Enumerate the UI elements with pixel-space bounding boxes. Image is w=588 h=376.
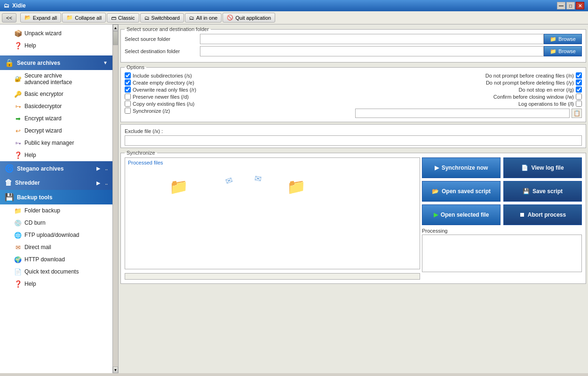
sidebar-item-help-backup[interactable]: ❓ Help — [0, 278, 112, 290]
option-preserve-newer: Preserve newer files (/d) — [125, 93, 351, 100]
sidebar-item-help-top[interactable]: ❓ Help — [0, 39, 112, 52]
switchboard-button[interactable]: 🗂 Switchboard — [140, 13, 184, 23]
option-no-prompt-delete: Do not prompt before deleting files (/y) — [355, 79, 582, 86]
help-top-icon: ❓ — [14, 42, 22, 49]
sidebar-item-ftp[interactable]: 🌐 FTP upload/download — [0, 229, 112, 241]
window-title: Xidie — [12, 2, 26, 9]
sidebar-item-encrypt-wizard[interactable]: ➡ Encrypt wizard — [0, 112, 112, 125]
quit-icon: 🚫 — [227, 15, 233, 21]
classic-icon: 🗃 — [111, 15, 116, 21]
option-no-stop-error: Do not stop en error (/g) — [355, 86, 582, 93]
sidebar-item-help-secure[interactable]: ❓ Help — [0, 149, 112, 161]
sidebar-section-shredder[interactable]: 🗑 Shredder ▶ .. — [0, 176, 112, 190]
exclude-label: Exclude file (/x) : — [125, 128, 163, 134]
sidebar-item-decrypt-wizard[interactable]: ↩ Decrypt wizard — [0, 125, 112, 137]
stegano-arrow: ▶ — [96, 166, 100, 171]
abort-icon: ⏹ — [519, 212, 525, 218]
maximize-button[interactable]: □ — [566, 2, 575, 9]
exclude-input[interactable] — [125, 135, 582, 146]
sidebar-item-http-download[interactable]: 🌍 HTTP download — [0, 253, 112, 266]
all-in-one-button[interactable]: 🗂 All in one — [185, 13, 222, 23]
quit-button[interactable]: 🚫 Quit application — [222, 13, 275, 23]
sync-section: Processed files 📁 ✉ ✉ 📁 — [125, 157, 582, 280]
dest-browse-button[interactable]: 📁 Browse — [544, 46, 582, 56]
encrypt-wizard-icon: ➡ — [14, 115, 22, 122]
sidebar-item-folder-backup[interactable]: 📁 Folder backup — [0, 204, 112, 217]
minimize-button[interactable]: — — [557, 2, 565, 9]
option-no-prompt-create: Do not prompt before creating files (/n) — [355, 72, 582, 79]
sync-legend: Synchronize — [125, 150, 157, 156]
folder-left-icon: 📁 — [169, 178, 188, 196]
ftp-icon: 🌐 — [14, 231, 22, 239]
sidebar-item-basic-encryptor[interactable]: 🔑 Basic encryptor — [0, 88, 112, 100]
sidebar-section-backup[interactable]: 💾 Backup tools — [0, 190, 112, 204]
checkbox-log-ops[interactable] — [576, 101, 582, 107]
open-saved-script-button[interactable]: 📂 Open saved script — [422, 181, 501, 202]
content-area: Select source and destination folder Sel… — [119, 24, 588, 373]
source-dest-legend: Select source and destination folder — [125, 26, 211, 32]
sidebar-item-public-key[interactable]: 🗝 Public key manager — [0, 137, 112, 149]
source-input[interactable] — [200, 34, 544, 44]
source-dest-panel: Select source and destination folder Sel… — [120, 26, 586, 63]
dest-folder-row: Select destination folder 📁 Browse — [125, 46, 582, 56]
options-right: Do not prompt before creating files (/n)… — [355, 72, 582, 118]
stegano-icon: 🌀 — [5, 164, 14, 173]
options-legend: Options — [125, 64, 146, 70]
source-folder-row: Select source folder 📁 Browse — [125, 34, 582, 44]
sidebar-item-direct-mail[interactable]: ✉ Direct mail — [0, 241, 112, 253]
log-browse-button[interactable]: 📋 — [572, 109, 582, 118]
checkbox-no-prompt-delete[interactable] — [576, 79, 582, 86]
sync-panel: Synchronize Processed files 📁 ✉ ✉ 📁 — [120, 150, 586, 284]
sidebar-item-unpack-wizard[interactable]: 📦 Unpack wizard — [0, 27, 112, 39]
sync-now-button[interactable]: ▶ Synchronize now — [422, 157, 501, 178]
sidebar: 📦 Unpack wizard ❓ Help 🔒 Secure archives… — [0, 24, 113, 373]
source-label: Select source folder — [125, 36, 200, 42]
view-log-button[interactable]: 📄 View log file — [503, 157, 582, 178]
decrypt-icon: 🗝 — [14, 102, 22, 110]
progress-bar — [125, 273, 420, 280]
abort-process-button[interactable]: ⏹ Abort process — [503, 204, 582, 225]
exclude-panel: Exclude file (/x) : — [120, 124, 586, 148]
sidebar-section-secure-archives[interactable]: 🔒 Secure archives ▼ — [0, 55, 112, 70]
help-backup-icon: ❓ — [14, 280, 22, 288]
option-incl-sub: Include subdirectories (/s) — [125, 72, 351, 79]
view-log-icon: 📄 — [521, 164, 528, 171]
checkbox-copy-existing[interactable] — [125, 101, 131, 107]
save-script-button[interactable]: 💾 Save script — [503, 181, 582, 202]
cd-burn-icon: 💿 — [14, 219, 22, 227]
options-left: Include subdirectories (/s) Create empty… — [125, 72, 351, 118]
sync-btn-row-2: 📂 Open saved script 💾 Save script — [422, 181, 582, 202]
sidebar-item-quick-text[interactable]: 📄 Quick text documents — [0, 266, 112, 278]
checkbox-synchronize[interactable] — [125, 108, 131, 114]
checkbox-no-prompt-create[interactable] — [576, 72, 582, 78]
sidebar-item-secure-archive-adv[interactable]: 🔐 Secure archiveadvanced interface — [0, 70, 112, 88]
option-confirm-close: Confirm before closing window (/w) — [355, 93, 582, 100]
checkbox-overwrite-ro[interactable] — [125, 86, 131, 93]
source-browse-button[interactable]: 📁 Browse — [544, 34, 582, 44]
open-selected-file-button[interactable]: ▶ Open selected file — [422, 204, 501, 225]
checkbox-no-stop-error[interactable] — [576, 86, 582, 93]
paper-left-icon: ✉ — [224, 175, 234, 187]
sidebar-item-basicdecryptor[interactable]: 🗝 Basicdecryptor — [0, 100, 112, 112]
sync-files-panel: Processed files 📁 ✉ ✉ 📁 — [125, 157, 420, 269]
sync-btn-row-1: ▶ Synchronize now 📄 View log file — [422, 157, 582, 178]
collapse-all-button[interactable]: 📁 Collapse all — [62, 13, 106, 23]
expand-all-button[interactable]: 📂 Expand all — [20, 13, 61, 23]
checkbox-create-empty[interactable] — [125, 79, 131, 86]
option-overwrite-ro: Overwrite read only files (/r) — [125, 86, 351, 93]
dest-input[interactable] — [200, 46, 544, 56]
main-container: 📦 Unpack wizard ❓ Help 🔒 Secure archives… — [0, 24, 588, 373]
progress-area — [125, 273, 420, 280]
checkbox-preserve-newer[interactable] — [125, 94, 131, 100]
checkbox-confirm-close[interactable] — [576, 94, 582, 100]
classic-button[interactable]: 🗃 Classic — [107, 13, 139, 23]
secure-archives-arrow: ▼ — [103, 60, 108, 65]
sidebar-item-cd-burn[interactable]: 💿 CD burn — [0, 217, 112, 229]
open-saved-icon: 📂 — [432, 188, 439, 195]
checkbox-incl-sub[interactable] — [125, 72, 131, 78]
log-file-input[interactable] — [355, 109, 570, 118]
sidebar-section-stegano[interactable]: 🌀 Stegano archives ▶ .. — [0, 161, 112, 176]
back-button[interactable]: << — [2, 13, 16, 23]
option-copy-existing: Copy only existing files (/u) — [125, 100, 351, 107]
close-button[interactable]: ✕ — [576, 2, 584, 9]
